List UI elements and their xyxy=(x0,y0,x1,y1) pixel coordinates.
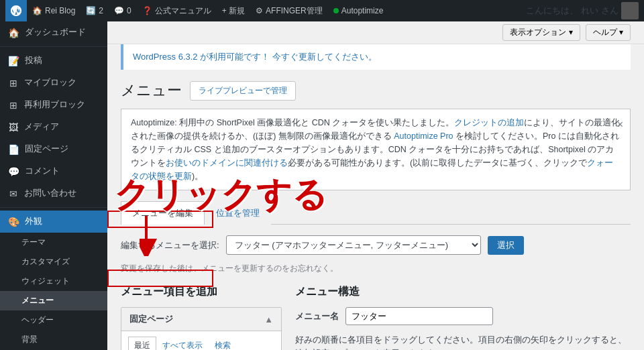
pages-tab-all[interactable]: すべて表示 xyxy=(156,337,209,350)
pages-box-header: 固定ページ ▲ xyxy=(121,308,281,331)
sidebar-item-myblock-label: マイブロック xyxy=(24,77,76,89)
updates-bar[interactable]: 🔄 2 xyxy=(80,0,109,21)
myblock-icon: ⊞ xyxy=(8,78,19,89)
update-link[interactable]: WordPress 6.3.2 が利用可能です！ 今すぐ更新してください。 xyxy=(133,52,377,62)
menu-select-button[interactable]: 選択 xyxy=(488,236,524,255)
menu-divider-2 xyxy=(0,207,107,208)
pages-icon: 📄 xyxy=(8,144,19,155)
live-preview-button[interactable]: ライブプレビューで管理 xyxy=(190,81,296,101)
pages-box-title: 固定ページ xyxy=(129,313,173,325)
autoptimize-link1[interactable]: クレジットの追加 xyxy=(454,118,524,127)
wp-logo[interactable] xyxy=(5,0,27,21)
page-heading: メニュー ライブプレビューで管理 xyxy=(121,80,631,101)
sidebar-item-media-label: メディア xyxy=(24,121,59,133)
tab-edit-menu[interactable]: メニューを編集 xyxy=(121,201,205,225)
menu-select-row: 編集するメニューを選択: フッター (アマホフッターメニュー, フッターメニュー… xyxy=(121,235,631,255)
add-section-title: メニュー項目を追加 xyxy=(121,285,282,299)
contact-icon: ✉ xyxy=(8,188,19,199)
sidebar-item-widgets[interactable]: ウィジェット xyxy=(0,272,107,291)
sidebar-item-menus[interactable]: メニュー xyxy=(0,291,107,310)
sidebar-item-background[interactable]: 背景 xyxy=(0,330,107,349)
sidebar-item-themes-label: テーマ xyxy=(21,237,46,248)
autoptimize-close-btn[interactable]: × xyxy=(617,116,623,133)
autoptimize-label: Autoptimize xyxy=(341,6,384,15)
greeting-text: こんにちは、 xyxy=(526,5,578,17)
menu-select-dropdown[interactable]: フッター (アマホフッターメニュー, フッターメニュー) xyxy=(226,235,481,255)
autoptimize-text: Autoptimize: 利用中の ShortPixel 画像最適化と CDN … xyxy=(131,116,621,183)
affinger-label: AFFINGER管理 xyxy=(266,5,323,17)
reuse-block-icon: ⊞ xyxy=(8,100,19,111)
tab-bar: メニューを編集 位置を管理 xyxy=(121,201,631,225)
autoptimize-text-before: Autoptimize: 利用中の ShortPixel 画像最適化と CDN … xyxy=(131,118,454,127)
question-icon: ❓ xyxy=(142,6,152,15)
site-name-label: Rei Blog xyxy=(45,6,75,15)
autoptimize-bar[interactable]: Autoptimize xyxy=(328,0,389,21)
affinger-bar[interactable]: ⚙ AFFINGER管理 xyxy=(250,0,328,21)
new-bar[interactable]: + 新規 xyxy=(217,0,250,21)
sidebar-item-comments-label: コメント xyxy=(25,166,60,177)
sidebar-item-comments[interactable]: 💬 コメント xyxy=(0,160,107,182)
wp-layout: 🏠 ダッシュボード 📝 投稿 ⊞ マイブロック ⊞ 再利用ブロック 🖼 メディア… xyxy=(0,21,644,350)
sidebar-item-posts[interactable]: 📝 投稿 xyxy=(0,50,107,72)
pages-tab-search[interactable]: 検索 xyxy=(209,337,237,350)
manual-label: 公式マニュアル xyxy=(155,5,211,17)
sidebar-item-reuse-block[interactable]: ⊞ 再利用ブロック xyxy=(0,94,107,116)
admin-bar: 🏠 Rei Blog 🔄 2 💬 0 ❓ 公式マニュアル + 新規 ⚙ AFFI… xyxy=(0,0,644,21)
main-content: 表示オプション ▾ ヘルプ ▾ WordPress 6.3.2 が利用可能です！… xyxy=(107,21,644,350)
sidebar-item-widgets-label: ウィジェット xyxy=(21,276,70,287)
body-content: WordPress 6.3.2 が利用可能です！ 今すぐ更新してください。 メニ… xyxy=(107,44,644,350)
manual-bar[interactable]: ❓ 公式マニュアル xyxy=(137,0,217,21)
gear-icon: ⚙ xyxy=(256,6,263,15)
menu-note: 変更を保存した後は、メニューを更新するのをお忘れなく。 xyxy=(121,263,631,274)
menu-add-section: メニュー項目を追加 固定ページ ▲ 最近 すべて表示 xyxy=(121,285,282,350)
display-options-btn[interactable]: 表示オプション ▾ xyxy=(502,24,580,41)
menu-columns: メニュー項目を追加 固定ページ ▲ 最近 すべて表示 xyxy=(121,285,631,350)
sidebar-item-appearance-label: 外観 xyxy=(25,216,42,227)
posts-icon: 📝 xyxy=(8,56,19,66)
new-label: + 新規 xyxy=(222,5,245,17)
sidebar-item-menus-label: メニュー xyxy=(21,295,54,306)
sidebar-item-posts-label: 投稿 xyxy=(25,55,42,66)
sidebar-item-dashboard[interactable]: 🏠 ダッシュボード xyxy=(0,21,107,44)
menu-divider-1 xyxy=(0,46,107,47)
help-btn[interactable]: ヘルプ ▾ xyxy=(586,24,631,41)
structure-section-title: メニュー構造 xyxy=(295,285,631,299)
updates-icon: 🔄 xyxy=(86,6,96,15)
pages-tab-recent[interactable]: 最近 xyxy=(128,337,156,350)
appearance-icon: 🎨 xyxy=(8,217,19,227)
tab-manage-location[interactable]: 位置を管理 xyxy=(205,201,271,225)
admin-menu: 🏠 ダッシュボード 📝 投稿 ⊞ マイブロック ⊞ 再利用ブロック 🖼 メディア… xyxy=(0,21,107,350)
comments-count: 0 xyxy=(127,6,131,15)
comments-icon: 💬 xyxy=(114,6,124,15)
menu-name-input[interactable] xyxy=(345,307,493,325)
user-name-text: れい さん xyxy=(581,5,619,17)
menu-name-label: メニュー名 xyxy=(295,310,339,323)
sidebar-item-pages[interactable]: 📄 固定ページ xyxy=(0,138,107,160)
media-icon: 🖼 xyxy=(8,122,19,133)
update-notice: WordPress 6.3.2 が利用可能です！ 今すぐ更新してください。 xyxy=(121,44,631,70)
sidebar-item-customize[interactable]: カスタマイズ xyxy=(0,252,107,272)
dashboard-icon: 🏠 xyxy=(8,27,19,38)
collapse-icon[interactable]: ▲ xyxy=(264,314,273,325)
sidebar-item-contact-label: お問い合わせ xyxy=(24,188,76,199)
sidebar-item-customize-label: カスタマイズ xyxy=(21,256,70,268)
menu-structure-section: メニュー構造 メニュー名 好みの順番に各項目をドラッグしてください。項目の右側の… xyxy=(295,285,631,350)
site-name-bar[interactable]: 🏠 Rei Blog xyxy=(27,0,80,21)
comments-bar[interactable]: 💬 0 xyxy=(109,0,137,21)
sidebar-item-media[interactable]: 🖼 メディア xyxy=(0,116,107,138)
sidebar-item-myblock[interactable]: ⊞ マイブロック xyxy=(0,72,107,94)
autoptimize-notice: Autoptimize: 利用中の ShortPixel 画像最適化と CDN … xyxy=(121,109,631,190)
updates-count: 2 xyxy=(99,6,103,15)
pages-tabs: 最近 すべて表示 検索 xyxy=(121,331,281,350)
autoptimize-link3[interactable]: お使いのドメインに関連付ける xyxy=(166,158,288,168)
sidebar-item-header-label: ヘッダー xyxy=(21,314,54,326)
sidebar-item-dashboard-label: ダッシュボード xyxy=(25,27,86,38)
menu-select-label: 編集するメニューを選択: xyxy=(121,239,219,251)
sidebar-item-themes[interactable]: テーマ xyxy=(0,233,107,252)
menu-name-row: メニュー名 xyxy=(295,307,631,325)
sidebar-item-contact[interactable]: ✉ お問い合わせ xyxy=(0,182,107,205)
page-title: メニュー xyxy=(121,80,182,101)
sidebar-item-header[interactable]: ヘッダー xyxy=(0,310,107,330)
sidebar-item-appearance[interactable]: 🎨 外観 xyxy=(0,211,107,233)
autoptimize-link2[interactable]: Autoptimize Pro xyxy=(394,131,453,141)
